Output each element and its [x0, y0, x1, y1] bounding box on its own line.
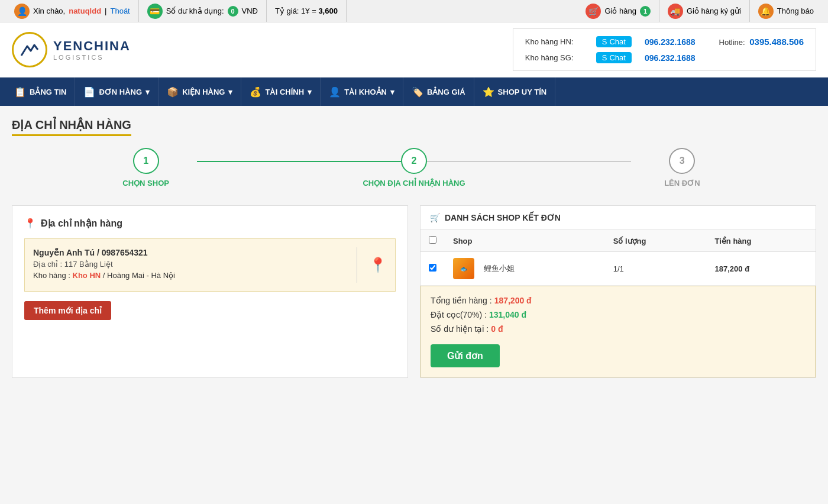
topbar: 👤 Xin chào, natuqldd | Thoát 💳 Số dư khả…: [0, 0, 828, 22]
hotline: Hotline: 0395.488.506: [719, 37, 804, 47]
balance-row: Số dư hiện tại : 0 đ: [431, 324, 806, 334]
contact-box: Kho hàng HN: S Chat 096.232.1688 Hotline…: [513, 28, 816, 71]
step-1-circle: 1: [133, 148, 159, 174]
contact-sg: Kho hàng SG: S Chat 096.232.1688: [525, 52, 804, 63]
content-grid: 📍 Địa chỉ nhận hàng Nguyễn Anh Tú / 0987…: [12, 205, 816, 378]
nav-kien-hang[interactable]: 📦 KIỆN HÀNG ▾: [159, 77, 241, 106]
warehouse-suffix: / Hoàng Mai - Hà Nội: [103, 271, 175, 280]
shop-name-cell: 🐟 鲤鱼小姐: [445, 252, 605, 286]
shop-panel-inner: 🛒 DANH SÁCH SHOP KẾT ĐƠN Shop Số lượng T…: [420, 205, 816, 378]
warehouse-prefix: Kho hàng :: [33, 271, 70, 280]
exchange-label: Tỷ giá: 1¥ = 3,600: [275, 7, 338, 15]
deposit-label: Đặt cọc(70%) :: [431, 310, 487, 319]
nav-bang-tin[interactable]: 📋 BẢNG TIN: [6, 77, 75, 106]
notification-label: Thông báo: [777, 7, 814, 15]
select-all-checkbox[interactable]: [429, 236, 436, 244]
address-warehouse: Kho hàng : Kho HN / Hoàng Mai - Hà Nội: [33, 271, 345, 280]
chat-hn-button[interactable]: S Chat: [596, 36, 632, 47]
don-hang-icon: 📄: [83, 86, 95, 98]
don-hang-arrow: ▾: [145, 88, 150, 96]
warehouse-link: Kho HN: [73, 271, 101, 280]
skype-icon: S: [602, 37, 607, 46]
topbar-user: 👤 Xin chào, natuqldd | Thoát: [6, 0, 139, 22]
step-1-label: CHỌN SHOP: [122, 179, 169, 188]
deposit-row: Đặt cọc(70%) : 131,040 đ: [431, 310, 806, 319]
nav-shop-uy-tin[interactable]: ⭐ SHOP UY TÍN: [474, 77, 556, 106]
nav-bang-gia[interactable]: 🏷️ BẢNG GIÁ: [403, 77, 474, 106]
balance-row-value: 0 đ: [491, 324, 503, 334]
total-row: Tổng tiền hàng : 187,200 đ: [431, 296, 806, 305]
row-checkbox[interactable]: [429, 264, 436, 272]
step-3-circle: 3: [669, 148, 695, 174]
address-street: Địa chỉ : 117 Bằng Liệt: [33, 260, 345, 269]
tai-khoan-arrow: ▾: [390, 88, 394, 96]
nav-tai-chinh[interactable]: 💰 TÀI CHÍNH ▾: [241, 77, 321, 106]
add-address-button[interactable]: Thêm mới địa chỉ: [24, 301, 111, 320]
row-checkbox-cell: [421, 252, 445, 286]
balance-value: 0: [228, 6, 238, 17]
shop-panel: 🛒 DANH SÁCH SHOP KẾT ĐƠN Shop Số lượng T…: [420, 205, 816, 378]
step-2-circle: 2: [401, 148, 427, 174]
bang-gia-icon: 🏷️: [412, 86, 423, 98]
skype-icon-sg: S: [602, 53, 607, 62]
shop-uy-tin-icon: ⭐: [483, 86, 494, 98]
stepper: 1 CHỌN SHOP 2 CHỌN ĐỊA CHỈ NHẬN HÀNG 3 L…: [12, 148, 816, 188]
shop-name: 鲤鱼小姐: [484, 263, 515, 274]
total-label: Tổng tiền hàng :: [431, 296, 492, 305]
cart-label: Giỏ hàng: [604, 7, 636, 15]
address-section-title: 📍 Địa chỉ nhận hàng: [24, 218, 396, 229]
topbar-username[interactable]: natuqldd: [69, 7, 101, 15]
saved-cart-label: Giỏ hàng ký gửi: [687, 7, 741, 15]
page-title: ĐỊA CHỈ NHẬN HÀNG: [12, 118, 131, 136]
col-price-header: Tiền hàng: [707, 230, 816, 252]
nav-tai-khoan-label: TÀI KHOẢN: [344, 88, 387, 96]
topbar-logout[interactable]: Thoát: [110, 7, 130, 15]
total-value: 187,200 đ: [494, 296, 532, 305]
table-header-row: Shop Số lượng Tiền hàng: [421, 230, 816, 252]
phone-sg: 096.232.1688: [645, 53, 696, 63]
kien-hang-icon: 📦: [167, 86, 179, 98]
logo-subtitle: LOGISTICS: [53, 54, 131, 61]
balance-label: Số dư khả dụng:: [166, 7, 224, 15]
balance-row-label: Số dư hiện tại :: [431, 324, 489, 334]
map-pin-icon[interactable]: 📍: [369, 257, 387, 273]
topbar-notification[interactable]: 🔔 Thông báo: [750, 0, 822, 22]
header: YENCHINA LOGISTICS Kho hàng HN: S Chat 0…: [0, 22, 828, 77]
shop-avatar: 🐟: [453, 258, 474, 279]
nav-don-hang[interactable]: 📄 ĐƠN HÀNG ▾: [75, 77, 159, 106]
topbar-balance: 💳 Số dư khả dụng: 0 VNĐ: [139, 0, 267, 22]
user-icon: 👤: [14, 4, 30, 19]
shop-qty: 1/1: [605, 252, 707, 286]
nav-shop-uy-tin-label: SHOP UY TÍN: [498, 88, 547, 96]
cart-count: 1: [640, 6, 651, 17]
col-checkbox: [421, 230, 445, 252]
phone-hn: 096.232.1688: [645, 37, 696, 47]
shop-table: Shop Số lượng Tiền hàng: [421, 230, 816, 286]
topbar-cart[interactable]: 🛒 Giỏ hàng 1: [577, 0, 659, 22]
table-row: 🐟 鲤鱼小姐 1/1 187,200 đ: [421, 252, 816, 286]
tai-khoan-icon: 👤: [329, 86, 341, 98]
step-2-label: CHỌN ĐỊA CHỈ NHẬN HÀNG: [363, 179, 465, 188]
cart-icon: 🛒: [586, 4, 601, 19]
step-3-label: LÊN ĐƠN: [664, 179, 700, 188]
logo-icon: [12, 32, 47, 67]
kien-hang-arrow: ▾: [228, 88, 232, 96]
shop-avatar-inner: 🐟: [453, 258, 474, 279]
tai-chinh-icon: 💰: [250, 86, 261, 98]
chat-sg-button[interactable]: S Chat: [596, 52, 632, 63]
nav-kien-hang-label: KIỆN HÀNG: [182, 88, 225, 96]
nav-tai-khoan[interactable]: 👤 TÀI KHOẢN ▾: [321, 77, 403, 106]
topbar-greeting: Xin chào,: [33, 7, 65, 15]
submit-button[interactable]: Gửi đơn: [431, 344, 500, 367]
topbar-saved-cart[interactable]: 🚚 Giỏ hàng ký gửi: [659, 0, 750, 22]
cart-icon-shop: 🛒: [430, 213, 440, 222]
shop-price: 187,200 đ: [707, 252, 816, 286]
wallet-icon: 💳: [147, 4, 163, 19]
summary-box: Tổng tiền hàng : 187,200 đ Đặt cọc(70%) …: [421, 286, 816, 377]
saved-cart-icon: 🚚: [668, 4, 683, 19]
col-shop-header: Shop: [445, 230, 605, 252]
nav-don-hang-label: ĐƠN HÀNG: [99, 88, 142, 96]
step-3: 3 LÊN ĐƠN: [548, 148, 816, 188]
step-2: 2 CHỌN ĐỊA CHỈ NHẬN HÀNG: [280, 148, 548, 188]
deposit-value: 131,040 đ: [489, 310, 526, 319]
